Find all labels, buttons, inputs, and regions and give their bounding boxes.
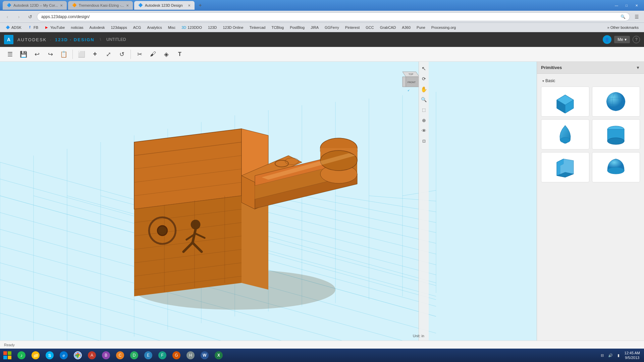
transform-tool-button[interactable]: ⤢ (102, 48, 114, 60)
taskbar-app10[interactable]: E (142, 350, 155, 361)
bookmark-grabcad[interactable]: GrabCAD (377, 24, 399, 31)
panel-dropdown[interactable]: ▼ (636, 65, 640, 70)
skype-icon: S (46, 351, 54, 359)
nav-bar: ‹ › ↺ apps.123dapp.com/design/ 🔍 ☰ (0, 11, 644, 23)
basic-section-header[interactable]: ▾ Basic (540, 76, 641, 85)
bookmark-noticias[interactable]: noticias (68, 24, 86, 31)
zoom-fit-button[interactable]: ⊕ (419, 116, 429, 125)
taskbar-app12[interactable]: G (170, 350, 183, 361)
bookmark-gcc[interactable]: GCC (363, 24, 376, 31)
taskbar-files[interactable]: 📁 (29, 350, 42, 361)
save-tool-button[interactable]: 💾 (17, 48, 30, 60)
zoom-button[interactable]: 🔍 (419, 95, 429, 104)
tab-1-close[interactable]: ✕ (60, 4, 63, 7)
viewport[interactable]: TOP FRONT ↙ ↖ ⟳ ✋ 🔍 ⬚ ⊕ (0, 62, 537, 341)
bookmark-noticias-label: noticias (71, 25, 83, 29)
bookmark-misc[interactable]: Misc (165, 24, 178, 31)
taskbar-chrome[interactable] (71, 350, 85, 361)
primitives-grid (540, 85, 641, 184)
pan-button[interactable]: ✋ (419, 84, 429, 94)
svg-rect-97 (8, 351, 11, 355)
settings-button[interactable]: ☰ (632, 12, 641, 21)
taskbar-spotify[interactable]: ♪ (15, 350, 28, 361)
bookmark-123ddo[interactable]: 3D 123DDO (179, 24, 205, 31)
snap-options-button[interactable]: ⊡ (419, 136, 429, 146)
svg-point-88 (606, 92, 625, 111)
taskbar-ie[interactable]: e (57, 350, 70, 361)
text-tool-button[interactable]: T (174, 48, 186, 60)
taskbar-word[interactable]: W (198, 350, 211, 361)
new-tab-button[interactable]: + (196, 1, 205, 10)
help-button[interactable]: ? (633, 36, 640, 43)
system-clock[interactable]: 12:45 AM 9/5/2013 (625, 351, 640, 360)
add-tool-button[interactable]: + (89, 48, 101, 60)
bookmark-adsk[interactable]: 🔷 ADSK (3, 24, 24, 31)
primitive-cylinder[interactable] (592, 119, 640, 149)
bookmark-tinkercad[interactable]: Tinkercad (247, 24, 268, 31)
cut-tool-button[interactable]: ✂ (133, 48, 146, 60)
other-bookmarks[interactable]: » Other bookmarks (604, 24, 641, 31)
orbit-button[interactable]: ⟳ (419, 74, 429, 83)
tab-1[interactable]: 🔷 Autodesk 123D -- My Cor... ✕ (3, 1, 67, 10)
bookmark-fb[interactable]: f FB (25, 24, 41, 31)
tray-network-icon[interactable]: ⊟ (599, 352, 606, 359)
bookmark-gcc-label: GCC (366, 25, 374, 29)
taskbar-app11[interactable]: F (156, 350, 169, 361)
back-button[interactable]: ‹ (3, 12, 12, 21)
bookmark-123dapps[interactable]: 123dapps (108, 24, 129, 31)
redo-tool-button[interactable]: ↪ (44, 48, 56, 60)
bookmark-123d[interactable]: 123D (205, 24, 219, 31)
paint-tool-button[interactable]: 🖌 (147, 48, 159, 60)
tab-3[interactable]: 🔷 Autodesk 123D Design ✕ (134, 1, 195, 10)
bookmark-jira[interactable]: JIRA (308, 24, 321, 31)
taskbar-app8[interactable]: C (113, 350, 127, 361)
start-button[interactable] (1, 349, 13, 361)
bookmark-pinterest[interactable]: Pinterest (342, 24, 362, 31)
address-bar[interactable]: apps.123dapp.com/design/ 🔍 (37, 12, 630, 21)
primitive-bracket[interactable] (541, 152, 589, 182)
tab-2[interactable]: 🔶 Tremendous Kasi-Elzing -... ✕ (68, 1, 133, 10)
bookmark-a360[interactable]: A360 (399, 24, 413, 31)
me-button[interactable]: Me ▾ (614, 36, 630, 43)
bookmark-processing[interactable]: Processing.org (429, 24, 459, 31)
refresh-tool-button[interactable]: ↺ (116, 48, 128, 60)
tray-icons: ⊟ 🔊 ▮ (599, 352, 622, 359)
bookmark-acg[interactable]: ACG (130, 24, 144, 31)
undo-tool-button[interactable]: ↩ (31, 48, 43, 60)
menu-tool-button[interactable]: ☰ (4, 48, 16, 60)
taskbar-excel[interactable]: X (212, 350, 225, 361)
bookmark-youtube[interactable]: ▶ YouTube (42, 24, 67, 31)
zoom-window-button[interactable]: ⬚ (419, 105, 429, 115)
tab-3-close[interactable]: ✕ (188, 4, 191, 7)
tab-3-label: Autodesk 123D Design (145, 3, 183, 7)
minimize-button[interactable]: — (612, 2, 621, 9)
tab-2-close[interactable]: ✕ (126, 4, 129, 7)
select-mode-button[interactable]: ↖ (419, 64, 429, 73)
bookmark-fb-label: FB (34, 25, 38, 29)
primitive-cone[interactable] (541, 119, 589, 149)
taskbar-app9[interactable]: D (127, 350, 141, 361)
taskbar-skype[interactable]: S (43, 350, 56, 361)
bookmark-tcblog[interactable]: TCBlog (269, 24, 286, 31)
paste-tool-button[interactable]: 📋 (58, 48, 70, 60)
primitive-sphere[interactable] (592, 86, 640, 117)
bookmark-123donline[interactable]: 123D Online (220, 24, 246, 31)
forward-button[interactable]: › (14, 12, 23, 21)
bookmark-autodesk[interactable]: Autodesk (87, 24, 108, 31)
bookmark-ggferry[interactable]: GGFerry (322, 24, 342, 31)
bookmark-postblog[interactable]: PostBlog (287, 24, 307, 31)
bookmark-pune[interactable]: Pune (414, 24, 428, 31)
view-options-button[interactable]: 👁 (419, 126, 429, 135)
refresh-button[interactable]: ↺ (25, 12, 35, 21)
box-tool-button[interactable]: ⬜ (75, 48, 88, 60)
material-tool-button[interactable]: ◈ (160, 48, 172, 60)
close-button[interactable]: ✕ (632, 2, 641, 9)
taskbar-app6[interactable]: A (85, 350, 99, 361)
primitive-dome[interactable] (592, 152, 640, 182)
tray-volume-icon[interactable]: 🔊 (607, 352, 614, 359)
maximize-button[interactable]: □ (622, 2, 631, 9)
primitive-box[interactable] (541, 86, 589, 117)
bookmark-analytics[interactable]: Analytics (145, 24, 165, 31)
taskbar-app13[interactable]: H (184, 350, 197, 361)
taskbar-app7[interactable]: B (99, 350, 113, 361)
